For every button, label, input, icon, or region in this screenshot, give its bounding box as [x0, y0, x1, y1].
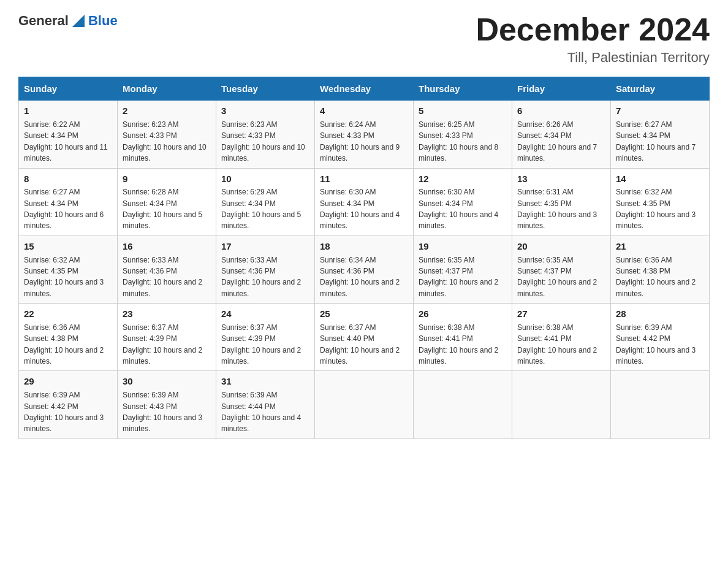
day-cell-2: 2Sunrise: 6:23 AMSunset: 4:33 PMDaylight…: [118, 101, 216, 168]
day-cell-15: 15Sunrise: 6:32 AMSunset: 4:35 PMDayligh…: [19, 236, 118, 303]
day-number: 9: [123, 172, 211, 186]
day-info: Sunrise: 6:39 AMSunset: 4:42 PMDaylight:…: [24, 391, 104, 433]
header-monday: Monday: [118, 77, 216, 101]
day-cell-17: 17Sunrise: 6:33 AMSunset: 4:36 PMDayligh…: [216, 236, 315, 303]
day-info: Sunrise: 6:35 AMSunset: 4:37 PMDaylight:…: [419, 256, 498, 298]
day-number: 10: [221, 172, 309, 186]
day-info: Sunrise: 6:39 AMSunset: 4:42 PMDaylight:…: [616, 323, 696, 366]
day-number: 13: [517, 172, 605, 186]
day-number: 25: [320, 307, 408, 321]
page-header: General Blue December 2024 Till, Palesti…: [18, 12, 710, 66]
day-cell-14: 14Sunrise: 6:32 AMSunset: 4:35 PMDayligh…: [611, 168, 710, 236]
logo-blue: Blue: [88, 13, 118, 29]
day-cell-11: 11Sunrise: 6:30 AMSunset: 4:34 PMDayligh…: [315, 168, 414, 236]
day-cell-29: 29Sunrise: 6:39 AMSunset: 4:42 PMDayligh…: [19, 371, 118, 439]
day-number: 27: [517, 307, 605, 321]
day-info: Sunrise: 6:23 AMSunset: 4:33 PMDaylight:…: [221, 120, 305, 163]
day-number: 31: [221, 375, 309, 388]
day-cell-26: 26Sunrise: 6:38 AMSunset: 4:41 PMDayligh…: [414, 304, 512, 371]
day-number: 7: [616, 104, 704, 118]
day-number: 18: [320, 240, 408, 253]
day-info: Sunrise: 6:32 AMSunset: 4:35 PMDaylight:…: [616, 188, 696, 230]
day-cell-1: 1Sunrise: 6:22 AMSunset: 4:34 PMDaylight…: [19, 101, 118, 168]
day-cell-31: 31Sunrise: 6:39 AMSunset: 4:44 PMDayligh…: [216, 371, 315, 439]
day-number: 21: [616, 240, 704, 253]
day-number: 3: [221, 104, 309, 118]
day-number: 23: [123, 307, 211, 321]
day-info: Sunrise: 6:25 AMSunset: 4:33 PMDaylight:…: [419, 120, 498, 163]
day-info: Sunrise: 6:36 AMSunset: 4:38 PMDaylight:…: [616, 256, 696, 298]
day-cell-8: 8Sunrise: 6:27 AMSunset: 4:34 PMDaylight…: [19, 168, 118, 236]
day-cell-28: 28Sunrise: 6:39 AMSunset: 4:42 PMDayligh…: [611, 304, 710, 371]
header-saturday: Saturday: [611, 77, 710, 101]
day-number: 26: [419, 307, 507, 321]
day-number: 17: [221, 240, 309, 253]
day-info: Sunrise: 6:30 AMSunset: 4:34 PMDaylight:…: [320, 188, 400, 230]
day-cell-5: 5Sunrise: 6:25 AMSunset: 4:33 PMDaylight…: [414, 101, 512, 168]
day-info: Sunrise: 6:27 AMSunset: 4:34 PMDaylight:…: [24, 188, 104, 230]
week-row-1: 1Sunrise: 6:22 AMSunset: 4:34 PMDaylight…: [19, 101, 710, 168]
day-info: Sunrise: 6:37 AMSunset: 4:39 PMDaylight:…: [123, 323, 202, 366]
day-info: Sunrise: 6:37 AMSunset: 4:40 PMDaylight:…: [320, 323, 400, 366]
day-number: 16: [123, 240, 211, 253]
day-number: 30: [123, 375, 211, 388]
day-number: 20: [517, 240, 605, 253]
day-info: Sunrise: 6:33 AMSunset: 4:36 PMDaylight:…: [123, 256, 202, 298]
day-info: Sunrise: 6:37 AMSunset: 4:39 PMDaylight:…: [221, 323, 301, 366]
day-cell-22: 22Sunrise: 6:36 AMSunset: 4:38 PMDayligh…: [19, 304, 118, 371]
day-cell-10: 10Sunrise: 6:29 AMSunset: 4:34 PMDayligh…: [216, 168, 315, 236]
day-info: Sunrise: 6:38 AMSunset: 4:41 PMDaylight:…: [419, 323, 498, 366]
day-cell-18: 18Sunrise: 6:34 AMSunset: 4:36 PMDayligh…: [315, 236, 414, 303]
day-info: Sunrise: 6:39 AMSunset: 4:44 PMDaylight:…: [221, 391, 301, 433]
day-info: Sunrise: 6:35 AMSunset: 4:37 PMDaylight:…: [517, 256, 597, 298]
day-info: Sunrise: 6:24 AMSunset: 4:33 PMDaylight:…: [320, 120, 400, 163]
header-friday: Friday: [512, 77, 611, 101]
day-info: Sunrise: 6:22 AMSunset: 4:34 PMDaylight:…: [24, 120, 108, 163]
day-info: Sunrise: 6:31 AMSunset: 4:35 PMDaylight:…: [517, 188, 597, 230]
day-number: 22: [24, 307, 112, 321]
day-info: Sunrise: 6:27 AMSunset: 4:34 PMDaylight:…: [616, 120, 696, 163]
day-info: Sunrise: 6:28 AMSunset: 4:34 PMDaylight:…: [123, 188, 202, 230]
day-number: 2: [123, 104, 211, 118]
day-number: 4: [320, 104, 408, 118]
day-info: Sunrise: 6:23 AMSunset: 4:33 PMDaylight:…: [123, 120, 207, 163]
day-number: 5: [419, 104, 507, 118]
days-header-row: SundayMondayTuesdayWednesdayThursdayFrid…: [19, 77, 710, 101]
day-cell-21: 21Sunrise: 6:36 AMSunset: 4:38 PMDayligh…: [611, 236, 710, 303]
day-cell-30: 30Sunrise: 6:39 AMSunset: 4:43 PMDayligh…: [118, 371, 216, 439]
day-cell-7: 7Sunrise: 6:27 AMSunset: 4:34 PMDaylight…: [611, 101, 710, 168]
day-cell-12: 12Sunrise: 6:30 AMSunset: 4:34 PMDayligh…: [414, 168, 512, 236]
header-thursday: Thursday: [414, 77, 512, 101]
week-row-3: 15Sunrise: 6:32 AMSunset: 4:35 PMDayligh…: [19, 236, 710, 303]
empty-cell: [315, 371, 414, 439]
header-tuesday: Tuesday: [216, 77, 315, 101]
day-number: 15: [24, 240, 112, 253]
day-info: Sunrise: 6:30 AMSunset: 4:34 PMDaylight:…: [419, 188, 498, 230]
calendar-subtitle: Till, Palestinian Territory: [476, 50, 710, 66]
day-cell-3: 3Sunrise: 6:23 AMSunset: 4:33 PMDaylight…: [216, 101, 315, 168]
week-row-5: 29Sunrise: 6:39 AMSunset: 4:42 PMDayligh…: [19, 371, 710, 439]
empty-cell: [414, 371, 512, 439]
day-info: Sunrise: 6:26 AMSunset: 4:34 PMDaylight:…: [517, 120, 597, 163]
day-number: 1: [24, 104, 112, 118]
header-wednesday: Wednesday: [315, 77, 414, 101]
day-number: 6: [517, 104, 605, 118]
day-number: 19: [419, 240, 507, 253]
day-cell-13: 13Sunrise: 6:31 AMSunset: 4:35 PMDayligh…: [512, 168, 611, 236]
week-row-2: 8Sunrise: 6:27 AMSunset: 4:34 PMDaylight…: [19, 168, 710, 236]
day-info: Sunrise: 6:38 AMSunset: 4:41 PMDaylight:…: [517, 323, 597, 366]
empty-cell: [512, 371, 611, 439]
svg-marker-0: [72, 15, 85, 27]
day-info: Sunrise: 6:36 AMSunset: 4:38 PMDaylight:…: [24, 323, 104, 366]
day-cell-27: 27Sunrise: 6:38 AMSunset: 4:41 PMDayligh…: [512, 304, 611, 371]
day-cell-24: 24Sunrise: 6:37 AMSunset: 4:39 PMDayligh…: [216, 304, 315, 371]
day-info: Sunrise: 6:29 AMSunset: 4:34 PMDaylight:…: [221, 188, 301, 230]
day-number: 24: [221, 307, 309, 321]
day-cell-19: 19Sunrise: 6:35 AMSunset: 4:37 PMDayligh…: [414, 236, 512, 303]
title-block: December 2024 Till, Palestinian Territor…: [476, 12, 710, 66]
week-row-4: 22Sunrise: 6:36 AMSunset: 4:38 PMDayligh…: [19, 304, 710, 371]
header-sunday: Sunday: [19, 77, 118, 101]
day-number: 14: [616, 172, 704, 186]
day-cell-4: 4Sunrise: 6:24 AMSunset: 4:33 PMDaylight…: [315, 101, 414, 168]
day-info: Sunrise: 6:33 AMSunset: 4:36 PMDaylight:…: [221, 256, 301, 298]
